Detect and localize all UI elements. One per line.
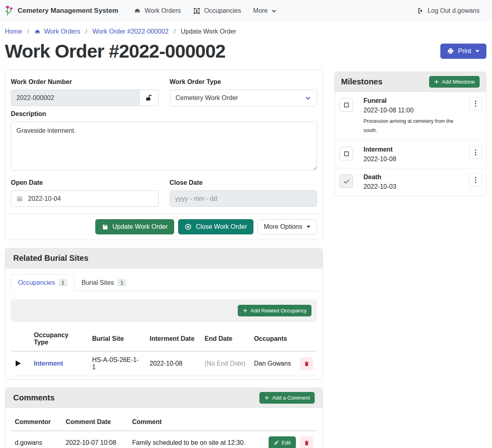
- comments-card: Comments Add a Comment Commentor Comment…: [5, 388, 323, 448]
- col-comment: Comment: [128, 414, 265, 431]
- open-date-label: Open Date: [11, 179, 159, 186]
- comments-title: Comments: [13, 393, 54, 402]
- work-order-number-input: [11, 90, 140, 106]
- occupancies-count-badge: 1: [59, 279, 67, 286]
- trash-icon: [304, 360, 309, 367]
- add-related-occupancy-button[interactable]: Add Related Occupancy: [238, 305, 311, 316]
- checkmark-icon: [343, 178, 350, 185]
- burial-site-cell: HS-A-0S-26E-1-1: [88, 351, 146, 376]
- milestones-title: Milestones: [341, 77, 382, 86]
- col-occupants: Occupants: [250, 327, 296, 351]
- pencil-icon: [274, 440, 279, 445]
- more-options-button[interactable]: More Options: [257, 219, 317, 234]
- plus-icon: [243, 308, 248, 313]
- related-burial-sites-title: Related Burial Sites: [13, 254, 88, 263]
- nav-work-orders[interactable]: Work Orders: [128, 4, 187, 18]
- milestone-description: Procession arriving at cemetery from the…: [363, 117, 456, 135]
- add-comment-button[interactable]: Add a Comment: [259, 392, 315, 404]
- close-date-input: [170, 190, 317, 207]
- milestone-checkbox-unchecked[interactable]: [339, 147, 353, 160]
- occupancy-icon: [193, 7, 201, 15]
- milestone-title: Funeral: [363, 97, 459, 104]
- comment-date-cell: 2022-10-07 10:08: [62, 431, 128, 448]
- milestone-item-interment: Interment 2022-10-08: [335, 141, 486, 168]
- close-work-order-button[interactable]: Close Work Order: [178, 219, 253, 234]
- description-textarea[interactable]: Graveside interment.: [11, 122, 317, 170]
- commentor-cell: d.gowans: [11, 431, 62, 448]
- delete-occupancy-button[interactable]: [300, 357, 313, 370]
- caret-down-icon: [475, 50, 480, 53]
- milestone-date: 2022-10-08 11:00: [363, 107, 459, 114]
- checkbox-blank-icon: [343, 151, 349, 157]
- description-label: Description: [11, 110, 317, 118]
- open-date-input[interactable]: 2022-10-04: [11, 190, 159, 207]
- col-interment-date: Interment Date: [146, 327, 201, 351]
- stop-circle-icon: [185, 223, 192, 230]
- col-end-date: End Date: [201, 327, 250, 351]
- milestone-title: Interment: [363, 146, 459, 153]
- work-order-form-card: Work Order Number: [5, 69, 323, 240]
- page-title: Work Order #2022-000002: [5, 40, 225, 62]
- add-milestone-button[interactable]: Add Milestone: [429, 76, 480, 88]
- hard-hat-icon: [34, 28, 41, 35]
- occupants-cell: Dan Gowans: [250, 351, 296, 376]
- breadcrumb-separator: /: [86, 28, 87, 35]
- breadcrumb-separator: /: [27, 28, 29, 35]
- tab-burial-sites[interactable]: Burial Sites 1: [74, 274, 133, 291]
- breadcrumb-home[interactable]: Home: [5, 28, 22, 35]
- milestone-item-funeral: Funeral 2022-10-08 11:00 Procession arri…: [335, 92, 486, 141]
- milestone-date: 2022-10-08: [363, 156, 459, 163]
- work-order-type-label: Work Order Type: [170, 78, 317, 86]
- milestone-item-death: Death 2022-10-03: [335, 168, 486, 196]
- milestone-checkbox-checked[interactable]: [339, 174, 353, 188]
- delete-comment-button[interactable]: [300, 436, 313, 448]
- milestone-menu-button[interactable]: [469, 146, 482, 159]
- trash-icon: [304, 440, 309, 446]
- expand-row-button[interactable]: [15, 360, 22, 367]
- col-commentor: Commentor: [11, 414, 62, 431]
- work-order-number-label: Work Order Number: [11, 78, 159, 86]
- nav-occupancies[interactable]: Occupancies: [187, 4, 247, 18]
- update-work-order-button[interactable]: Update Work Order: [95, 219, 174, 234]
- kebab-icon: [475, 100, 476, 107]
- milestone-title: Death: [363, 174, 459, 181]
- logout-button[interactable]: Log Out d.gowans: [411, 4, 486, 18]
- print-button[interactable]: Print: [440, 44, 486, 59]
- plus-icon: [264, 395, 269, 400]
- related-burial-sites-card: Related Burial Sites Occupancies 1 Buria…: [5, 248, 323, 380]
- work-order-type-select[interactable]: Cemetery Work Order: [170, 90, 317, 106]
- breadcrumb-work-orders[interactable]: Work Orders: [34, 28, 80, 35]
- edit-comment-button[interactable]: Edit: [269, 436, 296, 448]
- occupancy-type-link[interactable]: Interment: [34, 360, 63, 367]
- kebab-icon: [475, 177, 476, 183]
- save-icon: [102, 224, 108, 230]
- milestone-menu-button[interactable]: [469, 97, 482, 110]
- brand-title: Cemetery Management System: [18, 7, 118, 15]
- unlock-icon: [145, 94, 153, 102]
- checkbox-blank-icon: [343, 102, 349, 108]
- kebab-icon: [475, 149, 476, 156]
- occupancies-toolbar: Add Related Occupancy: [11, 299, 317, 322]
- play-icon: [16, 360, 21, 366]
- sign-out-icon: [417, 7, 424, 14]
- interment-date-cell: 2022-10-08: [146, 351, 201, 376]
- nav-more[interactable]: More: [247, 4, 282, 18]
- unlock-button[interactable]: [140, 90, 159, 106]
- related-tabs: Occupancies 1 Burial Sites 1: [11, 274, 317, 291]
- app-brand: Cemetery Management System: [5, 5, 118, 16]
- plus-icon: [434, 79, 439, 84]
- occupancy-row: Interment HS-A-0S-26E-1-1 2022-10-08 (No…: [11, 351, 317, 376]
- breadcrumb-work-order-number[interactable]: Work Order #2022-000002: [92, 28, 169, 35]
- col-comment-date: Comment Date: [62, 414, 128, 431]
- hard-hat-icon: [134, 7, 141, 14]
- close-date-label: Close Date: [170, 179, 317, 186]
- tab-occupancies[interactable]: Occupancies 1: [11, 274, 74, 291]
- printer-icon: [447, 48, 454, 54]
- milestones-card: Milestones Add Milestone Funeral 2022-10: [334, 72, 486, 196]
- milestone-checkbox-unchecked[interactable]: [339, 98, 353, 112]
- comments-table: Commentor Comment Date Comment d.gowans …: [11, 414, 317, 448]
- top-navbar: Cemetery Management System Work Orders: [0, 0, 492, 22]
- milestone-menu-button[interactable]: [469, 174, 482, 186]
- chevron-down-icon: [305, 95, 311, 101]
- caret-down-icon: [306, 225, 311, 228]
